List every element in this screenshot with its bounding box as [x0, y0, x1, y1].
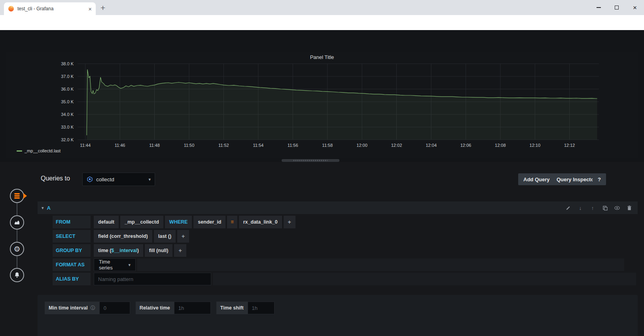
svg-text:38.0 K: 38.0 K [61, 61, 74, 66]
format-as-label: FORMAT AS [53, 258, 91, 271]
move-up-icon[interactable]: ↑ [590, 205, 595, 211]
select-aggregation-segment[interactable]: last () [154, 230, 176, 243]
tab-visualization[interactable] [10, 215, 24, 230]
alias-by-label: ALIAS BY [53, 273, 91, 285]
select-field-segment[interactable]: field (corr_threshold) [94, 230, 152, 243]
svg-text:11:58: 11:58 [322, 143, 333, 148]
svg-text:11:46: 11:46 [115, 143, 125, 148]
min-time-interval-label: Min time interval ⓘ [45, 302, 99, 314]
svg-text:11:56: 11:56 [288, 143, 298, 148]
svg-text:12:12: 12:12 [564, 143, 575, 148]
groupby-time-pre: time ( [98, 248, 111, 253]
tab-alert[interactable] [10, 268, 24, 282]
add-query-button[interactable]: Add Query [518, 173, 555, 185]
groupby-fill-segment[interactable]: fill (null) [145, 244, 173, 257]
graph-panel: Panel Title 38.0 K37.0 K36.0 K35.0 K34.0… [6, 52, 638, 158]
graph-icon [13, 219, 21, 226]
relative-time-label: Relative time [136, 302, 174, 314]
groupby-interval-variable: $__interval [111, 248, 137, 253]
svg-text:11:48: 11:48 [149, 143, 160, 148]
svg-text:34.0 K: 34.0 K [61, 112, 74, 117]
toggle-visibility-eye-icon[interactable] [614, 206, 620, 210]
where-operator-segment[interactable]: = [227, 216, 237, 228]
database-icon [13, 192, 21, 199]
active-tab-arrow-icon [23, 193, 27, 199]
help-button[interactable]: ? [593, 173, 606, 185]
query-options-row: Min time interval ⓘ Relative time Time s… [45, 302, 275, 314]
influxdb-icon [87, 176, 93, 182]
window-maximize-button[interactable] [608, 0, 626, 15]
duplicate-icon[interactable] [602, 205, 608, 211]
relative-time-input[interactable] [174, 302, 211, 314]
browser-tab-strip: test_cli - Grafana × + × [0, 0, 644, 15]
query-select-row: SELECT field (corr_threshold) last () + [53, 230, 189, 243]
groupby-label: GROUP BY [53, 244, 91, 257]
legend-item[interactable]: _mp__collectd.last [17, 148, 61, 153]
groupby-time-segment[interactable]: time ($__interval) [94, 244, 143, 257]
datasource-caret-icon: ▾ [148, 177, 151, 182]
select-add-button[interactable]: + [177, 230, 189, 243]
tab-title: test_cli - Grafana [17, 6, 88, 11]
grafana-favicon [8, 6, 14, 12]
move-down-icon[interactable]: ↓ [578, 205, 583, 211]
editor-tab-rail [17, 196, 17, 275]
alias-row-filler [213, 273, 636, 285]
new-tab-button[interactable]: + [100, 3, 105, 13]
svg-text:37.0 K: 37.0 K [61, 74, 74, 79]
svg-text:11:52: 11:52 [218, 143, 229, 148]
query-from-row: FROM default _mp__collectd WHERE sender_… [53, 216, 295, 228]
browser-tab[interactable]: test_cli - Grafana × [4, 2, 96, 15]
tab-general[interactable]: ⚙ [10, 242, 24, 256]
tab-queries[interactable] [10, 189, 24, 203]
datasource-name: collectd [96, 177, 148, 182]
window-minimize-button[interactable] [589, 0, 608, 15]
query-options-panel: Min time interval ⓘ Relative time Time s… [38, 295, 638, 336]
tab-close-icon[interactable]: × [88, 6, 92, 12]
format-row-filler [137, 258, 624, 271]
svg-text:32.0 K: 32.0 K [61, 137, 74, 142]
window-close-button[interactable]: × [626, 0, 644, 15]
window-controls: × [589, 0, 644, 15]
collapse-caret-icon[interactable]: ▾ [42, 205, 44, 211]
svg-text:12:08: 12:08 [495, 143, 506, 148]
timeseries-chart: 38.0 K37.0 K36.0 K35.0 K34.0 K33.0 K32.0… [6, 52, 638, 158]
where-tag-value-segment[interactable]: rx_data_link_0 [239, 216, 282, 228]
svg-text:12:02: 12:02 [391, 143, 402, 148]
screen: test_cli - Grafana × + × ← → ↻ ⓘ localho… [0, 0, 644, 336]
panel-resize-handle[interactable] [282, 159, 339, 162]
bell-icon [13, 271, 21, 279]
svg-text:36.0 K: 36.0 K [61, 87, 74, 91]
svg-text:12:00: 12:00 [356, 143, 367, 148]
time-shift-input[interactable] [248, 302, 275, 314]
from-label: FROM [53, 216, 91, 228]
svg-text:12:06: 12:06 [460, 143, 472, 148]
format-as-dropdown[interactable]: Time series ▾ [94, 258, 136, 271]
browser-toolbar: ← → ↻ ⓘ localhost:3000/d/JCm6q0kMz/test_… [0, 15, 644, 30]
from-policy-segment[interactable]: default [94, 216, 119, 228]
svg-text:11:44: 11:44 [80, 143, 91, 148]
edit-pencil-icon[interactable] [565, 205, 571, 211]
panel-title[interactable]: Panel Title [6, 54, 638, 60]
info-icon[interactable]: ⓘ [91, 305, 95, 311]
alias-by-input[interactable] [94, 273, 211, 285]
svg-text:12:04: 12:04 [426, 143, 437, 148]
groupby-add-button[interactable]: + [174, 244, 186, 257]
where-tag-key-segment[interactable]: sender_id [193, 216, 225, 228]
where-label: WHERE [165, 216, 192, 228]
datasource-picker[interactable]: collectd ▾ [82, 173, 155, 186]
format-as-caret-icon: ▾ [128, 262, 131, 268]
delete-trash-icon[interactable] [627, 205, 632, 211]
queries-to-label: Queries to [41, 175, 70, 182]
query-ref-id: A [47, 205, 51, 211]
query-groupby-row: GROUP BY time ($__interval) fill (null) … [53, 244, 186, 257]
svg-text:33.0 K: 33.0 K [61, 125, 74, 129]
select-label: SELECT [53, 230, 91, 243]
svg-text:11:50: 11:50 [184, 143, 195, 148]
from-measurement-segment[interactable]: _mp__collectd [120, 216, 163, 228]
query-row-header[interactable]: ▾ A ↓ ↑ [38, 201, 638, 214]
where-add-condition-button[interactable]: + [284, 216, 295, 228]
time-shift-label: Time shift [216, 302, 248, 314]
min-time-interval-input[interactable] [99, 302, 130, 314]
gear-icon: ⚙ [13, 245, 20, 253]
format-as-value: Time series [99, 259, 124, 271]
